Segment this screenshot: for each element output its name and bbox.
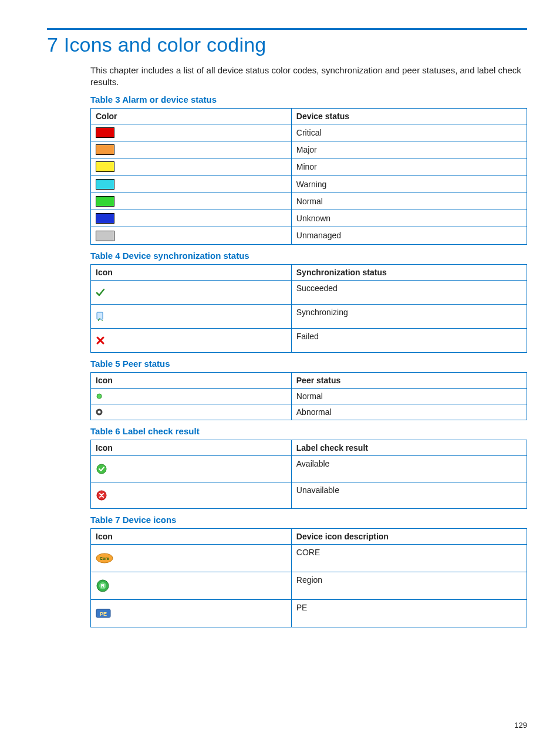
color-swatch-cell [91,124,292,141]
color-swatch [96,127,114,138]
status-cell: Failed [291,328,527,352]
table-row: RRegion [91,572,527,599]
top-rule [47,28,527,30]
table4-col2-header: Synchronization status [291,264,527,280]
table6: Icon Label check result AvailableUnavail… [90,440,527,509]
x-red [91,328,292,352]
table7: Icon Device icon description CoreCORERRe… [90,528,527,627]
status-cell: Unknown [291,210,527,227]
dot-green [91,388,292,404]
sync-doc [91,304,292,328]
badge-x-red [91,482,292,508]
status-cell: Normal [291,388,527,404]
status-cell: PE [291,599,527,627]
table-row: PEPE [91,599,527,627]
svg-text:Core: Core [100,556,109,561]
status-cell: Region [291,572,527,599]
page-number: 129 [514,721,527,730]
svg-point-2 [97,410,102,414]
table-row: CoreCORE [91,544,527,572]
table6-caption: Table 6 Label check result [90,426,527,436]
svg-text:R: R [101,583,105,589]
svg-point-1 [97,394,102,399]
content-block: This chapter includes a list of all devi… [90,65,527,627]
table-row: Unmanaged [91,227,527,244]
color-swatch-cell [91,227,292,244]
status-cell: Unavailable [291,482,527,508]
table5-col1-header: Icon [91,372,292,388]
table3-col2-header: Device status [291,108,527,124]
svg-point-3 [97,464,106,474]
table-header-row: Icon Peer status [91,372,527,388]
pe-icon: PE [91,599,292,627]
table-row: Warning [91,175,527,193]
status-cell: Critical [291,124,527,141]
color-swatch [96,161,114,172]
table4-caption: Table 4 Device synchronization status [90,251,527,261]
badge-check-green [91,455,292,482]
table5: Icon Peer status NormalAbnormal [90,372,527,420]
table4: Icon Synchronization status SucceededSyn… [90,264,527,353]
intro-paragraph: This chapter includes a list of all devi… [90,65,527,89]
color-swatch-cell [91,193,292,210]
color-swatch [96,196,114,207]
color-swatch-cell [91,141,292,158]
status-cell: Warning [291,175,527,193]
svg-text:PE: PE [100,611,107,617]
table3: Color Device status CriticalMajorMinorWa… [90,108,527,245]
table-row: Minor [91,158,527,175]
table7-caption: Table 7 Device icons [90,515,527,525]
table5-caption: Table 5 Peer status [90,359,527,369]
color-swatch-cell [91,175,292,193]
table3-caption: Table 3 Alarm or device status [90,94,527,104]
table-header-row: Icon Device icon description [91,528,527,544]
core-icon: Core [91,544,292,572]
table3-col1-header: Color [91,108,292,124]
table-row: Succeeded [91,280,527,304]
check-green [91,280,292,304]
table-row: Failed [91,328,527,352]
color-swatch [96,231,114,241]
color-swatch-cell [91,210,292,227]
region-icon: R [91,572,292,599]
status-cell: CORE [291,544,527,572]
table-row: Synchronizing [91,304,527,328]
table7-col1-header: Icon [91,528,292,544]
status-cell: Major [291,141,527,158]
table7-col2-header: Device icon description [291,528,527,544]
svg-rect-0 [97,312,103,319]
table-row: Normal [91,388,527,404]
table-header-row: Color Device status [91,108,527,124]
table-header-row: Icon Label check result [91,440,527,455]
table-row: Critical [91,124,527,141]
ring-dark [91,404,292,420]
color-swatch [96,213,114,224]
status-cell: Minor [291,158,527,175]
status-cell: Abnormal [291,404,527,420]
color-swatch-cell [91,158,292,175]
table-row: Abnormal [91,404,527,420]
status-cell: Synchronizing [291,304,527,328]
color-swatch [96,144,114,155]
status-cell: Succeeded [291,280,527,304]
status-cell: Available [291,455,527,482]
table-row: Normal [91,193,527,210]
table4-col1-header: Icon [91,264,292,280]
table-header-row: Icon Synchronization status [91,264,527,280]
table-row: Unknown [91,210,527,227]
table6-col2-header: Label check result [291,440,527,455]
status-cell: Normal [291,193,527,210]
table-row: Unavailable [91,482,527,508]
status-cell: Unmanaged [291,227,527,244]
table-row: Major [91,141,527,158]
page: 7 Icons and color coding This chapter in… [0,0,560,746]
page-title: 7 Icons and color coding [47,33,527,56]
color-swatch [96,179,114,190]
table-row: Available [91,455,527,482]
table6-col1-header: Icon [91,440,292,455]
table5-col2-header: Peer status [291,372,527,388]
